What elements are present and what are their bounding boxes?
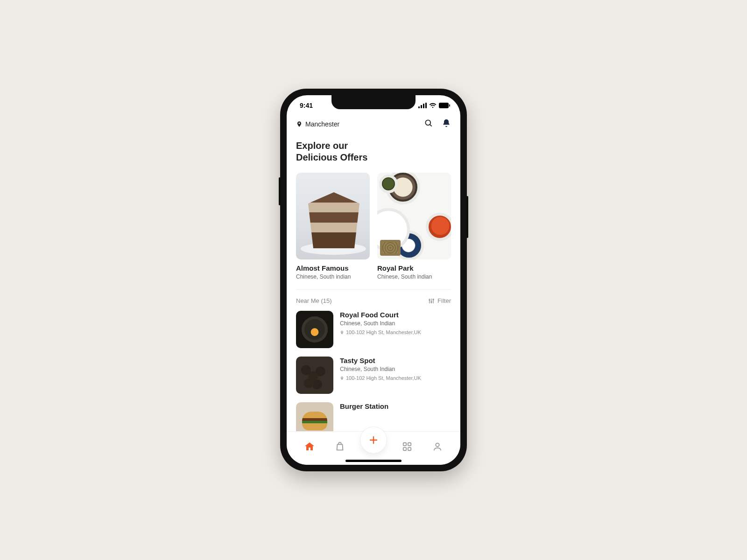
sliders-icon bbox=[428, 298, 435, 304]
page-title: Explore our Delicious Offers bbox=[296, 140, 451, 163]
tab-bar bbox=[287, 431, 460, 465]
tab-grid[interactable] bbox=[397, 436, 417, 457]
near-me-label: Near Me (15) bbox=[296, 297, 332, 304]
bell-icon[interactable] bbox=[442, 119, 451, 130]
svg-rect-5 bbox=[449, 105, 450, 107]
restaurant-list[interactable]: Royal Food Court Chinese, South Indian 1… bbox=[296, 311, 451, 431]
search-icon[interactable] bbox=[424, 119, 433, 130]
status-right bbox=[418, 103, 450, 108]
svg-rect-1 bbox=[421, 105, 422, 108]
tab-bag[interactable] bbox=[330, 436, 350, 457]
offer-subtitle: Chinese, South indian bbox=[377, 273, 451, 280]
restaurant-title: Burger Station bbox=[340, 402, 451, 410]
signal-icon bbox=[418, 103, 427, 108]
offer-card[interactable]: Royal Park Chinese, South indian bbox=[377, 173, 451, 280]
pin-icon bbox=[296, 120, 303, 128]
offer-title: Almost Famous bbox=[296, 264, 370, 272]
svg-rect-18 bbox=[403, 447, 406, 450]
restaurant-subtitle: Chinese, South Indian bbox=[340, 366, 451, 372]
pin-icon bbox=[340, 330, 344, 335]
location-label: Manchester bbox=[305, 120, 339, 128]
offer-card[interactable]: Almost Famous Chinese, South indian bbox=[296, 173, 370, 280]
list-item[interactable]: Tasty Spot Chinese, South Indian 100-102… bbox=[296, 357, 451, 394]
restaurant-title: Tasty Spot bbox=[340, 357, 451, 364]
page-title-line2: Delicious Offers bbox=[296, 152, 367, 162]
svg-rect-19 bbox=[408, 447, 410, 450]
bag-icon bbox=[335, 441, 345, 452]
restaurant-info: Burger Station bbox=[340, 402, 451, 431]
restaurant-thumb bbox=[296, 357, 333, 394]
restaurant-address-text: 100-102 High St, Manchester,UK bbox=[346, 329, 421, 335]
filter-label: Filter bbox=[437, 297, 451, 304]
svg-point-20 bbox=[436, 443, 439, 446]
grid-icon bbox=[402, 441, 412, 452]
restaurant-thumb bbox=[296, 402, 333, 431]
svg-rect-4 bbox=[439, 103, 449, 108]
page-title-line1: Explore our bbox=[296, 140, 348, 151]
pin-icon bbox=[340, 376, 344, 381]
header-actions bbox=[424, 119, 451, 130]
tab-home[interactable] bbox=[299, 436, 320, 457]
home-indicator[interactable] bbox=[345, 460, 402, 462]
svg-rect-0 bbox=[418, 106, 420, 108]
offer-image bbox=[377, 173, 451, 259]
svg-point-9 bbox=[429, 299, 430, 300]
restaurant-address-text: 100-102 High St, Manchester,UK bbox=[346, 375, 421, 381]
battery-icon bbox=[439, 103, 450, 108]
content: Manchester Explore our Delicious Offers bbox=[287, 116, 460, 431]
svg-point-13 bbox=[433, 299, 434, 300]
filter-button[interactable]: Filter bbox=[428, 297, 451, 304]
svg-rect-17 bbox=[408, 442, 410, 445]
offers-row[interactable]: Almost Famous Chinese, South indian Roya… bbox=[296, 173, 451, 280]
svg-rect-3 bbox=[425, 103, 427, 108]
notch bbox=[331, 95, 416, 109]
restaurant-address: 100-102 High St, Manchester,UK bbox=[340, 329, 451, 335]
user-icon bbox=[432, 441, 443, 452]
svg-point-11 bbox=[431, 301, 432, 302]
tab-add[interactable] bbox=[360, 427, 387, 453]
svg-rect-16 bbox=[403, 442, 406, 445]
location-picker[interactable]: Manchester bbox=[296, 120, 339, 128]
restaurant-title: Royal Food Court bbox=[340, 311, 451, 319]
header-row: Manchester bbox=[296, 119, 451, 130]
offer-title: Royal Park bbox=[377, 264, 451, 272]
restaurant-address: 100-102 High St, Manchester,UK bbox=[340, 375, 451, 381]
restaurant-thumb bbox=[296, 311, 333, 348]
divider bbox=[296, 289, 451, 290]
offer-subtitle: Chinese, South indian bbox=[296, 273, 370, 280]
screen: 9:41 Manchester bbox=[287, 95, 460, 465]
tab-profile[interactable] bbox=[427, 436, 448, 457]
restaurant-info: Royal Food Court Chinese, South Indian 1… bbox=[340, 311, 451, 348]
restaurant-info: Tasty Spot Chinese, South Indian 100-102… bbox=[340, 357, 451, 394]
phone-frame: 9:41 Manchester bbox=[280, 89, 467, 471]
offer-image bbox=[296, 173, 370, 259]
wifi-icon bbox=[429, 103, 437, 108]
svg-point-6 bbox=[425, 120, 430, 125]
svg-line-7 bbox=[430, 125, 432, 126]
restaurant-subtitle: Chinese, South Indian bbox=[340, 320, 451, 327]
list-item[interactable]: Royal Food Court Chinese, South Indian 1… bbox=[296, 311, 451, 348]
plus-icon bbox=[368, 434, 379, 446]
status-time: 9:41 bbox=[300, 102, 313, 109]
near-me-row: Near Me (15) Filter bbox=[296, 297, 451, 304]
svg-rect-2 bbox=[423, 104, 424, 108]
home-icon bbox=[304, 441, 315, 452]
